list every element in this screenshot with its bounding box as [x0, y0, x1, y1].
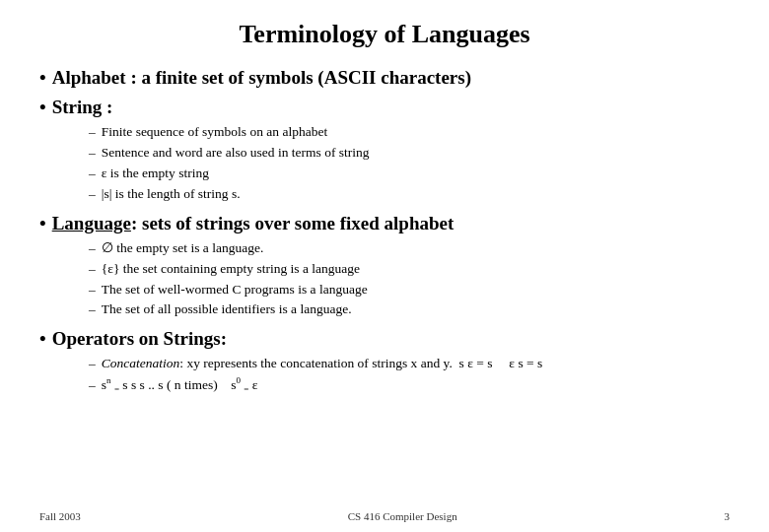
string-sub-4: – |s| is the length of string s.: [89, 184, 730, 205]
string-sub-2: – Sentence and word are also used in ter…: [89, 143, 730, 164]
operators-sub-list: – Concatenation: xy represents the conca…: [89, 354, 730, 397]
page-title: Terminology of Languages: [39, 20, 730, 49]
operators-bullet: • Operators on Strings:: [39, 328, 730, 350]
bullet-dot-1: •: [39, 67, 46, 89]
bullet-dot-2: •: [39, 97, 46, 118]
language-sub-1: – ∅ the empty set is a language.: [89, 238, 730, 259]
footer-center: CS 416 Compiler Design: [348, 510, 457, 522]
bullet-dot-4: •: [39, 328, 46, 350]
string-bullet: • String :: [39, 97, 730, 118]
operators-sub-1: – Concatenation: xy represents the conca…: [89, 354, 730, 374]
footer-right: 3: [724, 510, 730, 522]
operators-sub-2: – sn = s s s .. s ( n times) s0 = ε: [89, 374, 730, 397]
alphabet-label: Alphabet : a finite set of symbols (ASCI…: [52, 67, 471, 89]
operators-label: Operators on Strings:: [52, 328, 227, 350]
language-sub-4: – The set of all possible identifiers is…: [89, 299, 730, 320]
string-sub-3: – ε is the empty string: [89, 164, 730, 184]
string-sub-1: – Finite sequence of symbols on an alpha…: [89, 122, 730, 143]
footer: Fall 2003 CS 416 Compiler Design 3: [39, 510, 730, 522]
string-sub-list: – Finite sequence of symbols on an alpha…: [89, 122, 730, 205]
language-bullet: • Language: sets of strings over some fi…: [39, 213, 730, 234]
bullet-dot-3: •: [39, 213, 46, 234]
string-label: String :: [52, 97, 113, 118]
language-label: Language: sets of strings over some fixe…: [52, 213, 454, 234]
language-sub-2: – {ε} the set containing empty string is…: [89, 259, 730, 280]
alphabet-bullet: • Alphabet : a finite set of symbols (AS…: [39, 67, 730, 89]
language-sub-list: – ∅ the empty set is a language. – {ε} t…: [89, 238, 730, 321]
language-sub-3: – The set of well-wormed C programs is a…: [89, 280, 730, 300]
footer-left: Fall 2003: [39, 510, 81, 522]
